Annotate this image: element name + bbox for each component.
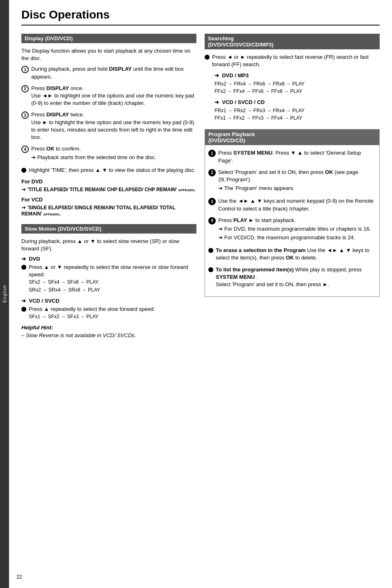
arrow-symbol-10: ➔ (218, 234, 224, 241)
arrow-symbol-6: ➔ (214, 72, 222, 79)
searching-section: Searching(DVD/VCD/SVCD/CD/MP3) Press ◄ o… (205, 34, 380, 122)
step1-number: 1 (21, 66, 29, 73)
slow-dvd-bullet: Press ▲ or ▼ repeatedly to select the sl… (21, 264, 196, 294)
step1-text: During playback, press and hold DISPLAY … (31, 65, 196, 80)
program-step2-number: 2 (208, 169, 216, 176)
arrow-symbol-3: ➔ (21, 204, 28, 211)
program-step1-number: 1 (208, 150, 216, 157)
slow-motion-section: Slow Motion (DVD/VCD/SVCD) During playba… (21, 224, 196, 339)
program-step2-text: Select 'Program' and set it to ON, then … (218, 169, 376, 194)
step3-text-before: Press (31, 111, 46, 118)
program-step2-ok: OK (325, 169, 333, 175)
display-intro: The Display function allows you to start… (21, 47, 196, 62)
for-vcd-block: For VCD ➔ 'SINGLE ELAPSED/ SINGLE REMAIN… (21, 197, 196, 217)
arrow-symbol-2: ➔ (21, 186, 28, 192)
for-dvd-title: For DVD (21, 178, 196, 185)
searching-bullet1: Press ◄ or ► repeatedly to select fast r… (205, 53, 380, 68)
list-bullet-circle (208, 267, 213, 272)
two-column-layout: Display (DVD/VCD) The Display function a… (21, 34, 380, 346)
list-menu-bold: SYSTEM MENU (216, 274, 255, 280)
step2-number: 2 (21, 85, 29, 93)
program-step3-number: 3 (208, 198, 216, 205)
vcd-svcd-cd-title: ➔ VCD / SVCD / CD (214, 99, 380, 105)
vcd-sub-label: VCD / SVCD (29, 298, 59, 304)
step4-text-after: to confirm. (54, 146, 81, 152)
arrow-symbol-1: ➔ (31, 154, 37, 160)
program-step2-arrow: ➔ The 'Program' menu appears. (218, 185, 376, 192)
slow-vcd-bullet: Press ▲ repeatedly to select the slow fo… (21, 306, 196, 320)
slow-dvd-line1: SFx2 → SFx4 → SFx8 → PLAY (29, 279, 99, 285)
program-body: 1 Press SYSTEM MENU. Press ▼ ▲ to select… (205, 145, 379, 296)
main-content: Disc Operations Display (DVD/VCD) The Di… (9, 0, 392, 588)
page-number: 22 (16, 574, 22, 580)
program-step4-arrow1-text: For DVD, the maximum programmable titles… (224, 226, 371, 232)
list-sub: Select 'Program' and set it to ON, then … (216, 281, 330, 287)
sidebar-label: English (2, 285, 7, 303)
list-bullet: To list the programmed item(s) While pla… (208, 266, 376, 289)
for-vcd-arrow: ➔ 'SINGLE ELAPSED/ SINGLE REMAIN/ TOTAL … (21, 204, 196, 217)
arrow-symbol-4: ➔ (21, 256, 29, 262)
step3-sub: Use ► to highlight the time option and u… (31, 119, 194, 140)
erase-bullet-text: To erase a selection in the Program Use … (216, 247, 376, 262)
left-column: Display (DVD/VCD) The Display function a… (21, 34, 196, 346)
arrow-symbol-5: ➔ (21, 298, 29, 304)
bullet1-text: Highlight 'TIME', then press ▲ ▼ to view… (29, 167, 196, 174)
step4-number: 4 (21, 146, 29, 153)
helpful-hint: Helpful Hint: – Slow Reverse is not avai… (21, 324, 196, 338)
for-vcd-title: For VCD (21, 197, 196, 203)
program-step4-after: to start playback. (254, 217, 296, 223)
program-step2: 2 Select 'Program' and set it to ON, the… (208, 169, 376, 194)
list-bold: To list the programmed item(s) (216, 266, 294, 273)
step3-text: Press DISPLAY twice. Use ► to highlight … (31, 111, 196, 141)
step2-text-before: Press (31, 85, 46, 91)
step2-bold: DISPLAY (46, 85, 69, 91)
vcd-svcd-cd-lines: FRx1 → FRx2 → FRx3 → FRx4 → PLAY FFx1 → … (214, 107, 380, 122)
slow-dvd-line2: SRx2 → SRx4 → SRx8 → PLAY (29, 287, 100, 293)
program-step4-arrow1: ➔ For DVD, the maximum programmable titl… (218, 225, 376, 233)
sidebar: English (0, 0, 9, 588)
dvd-mp3-label: DVD / MP3 (222, 72, 249, 79)
slow-vcd-bullet-text: Press ▲ repeatedly to select the slow fo… (29, 306, 196, 320)
erase-bullet: To erase a selection in the Program Use … (208, 247, 376, 262)
program-step1-text: Press SYSTEM MENU. Press ▼ ▲ to select '… (218, 149, 376, 164)
slow-motion-intro: During playback, press ▲ or ▼ to select … (21, 238, 196, 252)
erase-ok-bold: OK (286, 255, 294, 261)
step4-arrow-text: Playback starts from the selected time o… (37, 154, 157, 160)
display-section-header: Display (DVD/VCD) (21, 34, 196, 43)
list-text: While play is stopped, press (295, 266, 362, 273)
program-step3-text: Use the ◄► ▲ ▼ keys and numeric keypad (… (218, 197, 376, 212)
searching-bullet-circle (205, 55, 210, 60)
for-dvd-block: For DVD ➔ 'TITLE ELAPSED/ TITLE REMAIN/ … (21, 178, 196, 192)
step3-bold: DISPLAY (46, 111, 69, 118)
arrow-symbol-7: ➔ (214, 99, 222, 105)
program-step4-bold: PLAY ► (233, 217, 254, 223)
slow-motion-header: Slow Motion (DVD/VCD/SVCD) (21, 224, 196, 234)
step2-sub: Use ◄► to highlight one of the options a… (31, 93, 194, 106)
arrow-symbol-9: ➔ (218, 226, 224, 232)
list-bullet-text: To list the programmed item(s) While pla… (216, 266, 376, 289)
bullet1-circle (21, 168, 26, 173)
bullet1-content: Highlight 'TIME', then press ▲ ▼ to view… (29, 167, 196, 173)
vcd-sub-title: ➔ VCD / SVCD (21, 298, 196, 304)
step4-arrow: ➔ Playback starts from the selected time… (31, 154, 196, 161)
slow-vcd-line1: SFx1 → SFx2 → SFx3 → PLAY (29, 314, 99, 319)
program-step2-before: Select 'Program' and set it to ON, then … (218, 169, 325, 175)
dvd-mp3-line1: FRx2 → FRx4 → FRx6 → FRx8 → PLAY (214, 80, 380, 88)
display-step2: 2 Press DISPLAY once. Use ◄► to highligh… (21, 85, 196, 107)
vcd-svcd-cd-line1: FRx1 → FRx2 → FRx3 → FRx4 → PLAY (214, 107, 380, 114)
arrow-symbol-8: ➔ (218, 185, 224, 191)
slow-vcd-text: Press ▲ repeatedly to select the slow fo… (29, 306, 155, 312)
vcd-svcd-cd-label: VCD / SVCD / CD (222, 99, 265, 105)
program-step2-arrow-text: The 'Program' menu appears. (224, 185, 294, 191)
step4-text: Press OK to confirm. ➔ Playback starts f… (31, 145, 196, 162)
program-step4: 4 Press PLAY ► to start playback. ➔ For … (208, 217, 376, 243)
step1-text-before: During playback, press and hold (31, 66, 109, 72)
step2-text-after: once. (69, 85, 83, 91)
step1-bold: DISPLAY (109, 66, 131, 72)
program-step4-before: Press (218, 217, 233, 223)
display-step1: 1 During playback, press and hold DISPLA… (21, 65, 196, 80)
slow-vcd-bullet-circle (21, 307, 26, 312)
program-step4-number: 4 (208, 217, 216, 225)
erase-text2: to delete. (295, 255, 318, 261)
dvd-mp3-lines: FRx2 → FRx4 → FRx6 → FRx8 → PLAY FFx2 → … (214, 80, 380, 95)
